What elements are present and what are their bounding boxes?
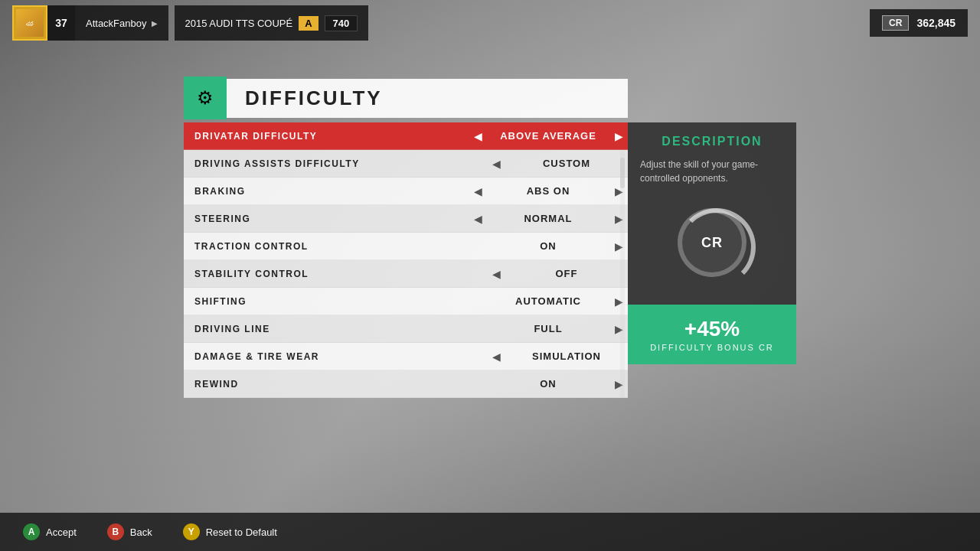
description-title: DESCRIPTION [640,135,784,148]
driving-assists-row[interactable]: DRIVING ASSISTS DIFFICULTY ◀ CUSTOM [184,150,628,178]
title-bar: ⚙ DIFFICULTY [184,77,628,119]
cr-circle: CR [678,208,746,277]
right-panel: DESCRIPTION Adjust the skill of your gam… [628,122,796,364]
gear-icon: ⚙ [197,87,214,109]
driving-assists-value: CUSTOM [505,158,628,169]
y-button[interactable]: Y [183,523,200,540]
drivatar-label: DRIVATAR DIFFICULTY [184,131,469,142]
damage-tire-wear-label: DAMAGE & TIRE WEAR [184,351,487,362]
traction-control-arrow-right[interactable]: ▶ [609,233,628,259]
player-name: AttackFanboy ▶ [75,5,168,41]
braking-label: BRAKING [184,186,469,197]
page-title: DIFFICULTY [227,79,628,118]
steering-arrow-left[interactable]: ◀ [469,205,487,232]
cr-circle-text: CR [701,235,723,251]
car-class: A [299,16,318,31]
scrollbar-thumb [620,158,625,188]
car-info: 2015 AUDI TTS COUPÉ A 740 [175,5,369,41]
cr-display: CR 362,845 [870,9,968,37]
difficulty-icon: ⚙ [184,77,227,119]
car-pi: 740 [325,15,358,31]
reset-label: Reset to Default [206,527,277,538]
driving-line-arrow-right[interactable]: ▶ [609,315,628,342]
accept-label: Accept [46,527,77,538]
driving-line-label: DRIVING LINE [184,324,487,334]
braking-arrow-left[interactable]: ◀ [469,178,487,204]
steering-value: NORMAL [487,213,609,224]
description-text: Adjust the skill of your game-controlled… [640,158,784,185]
steering-row[interactable]: STEERING ◀ NORMAL ▶ [184,205,628,233]
bonus-percent: +45% [640,317,784,341]
damage-tire-wear-value: SIMULATION [505,350,628,362]
reset-hint[interactable]: Y Reset to Default [183,523,277,540]
steering-arrow-right[interactable]: ▶ [609,205,628,232]
rewind-value: ON [487,378,609,390]
back-label: Back [130,527,152,538]
shifting-row[interactable]: SHIFTING AUTOMATIC ▶ [184,288,628,315]
player-info: 🏎 37 AttackFanboy ▶ [12,5,168,41]
bonus-box: +45% DIFFICULTY BONUS CR [628,305,796,364]
drivatar-difficulty-row[interactable]: DRIVATAR DIFFICULTY ◀ ABOVE AVERAGE ▶ [184,122,628,150]
driving-assists-label: DRIVING ASSISTS DIFFICULTY [184,158,487,169]
player-level: 37 [47,5,75,41]
driving-assists-arrow-left[interactable]: ◀ [487,150,505,177]
avatar-icon: 🏎 [16,9,44,37]
driving-line-value: FULL [487,323,609,334]
braking-arrow-right[interactable]: ▶ [609,178,628,204]
player-name-suffix: ▶ [152,19,158,28]
bonus-label: DIFFICULTY BONUS CR [640,343,784,352]
description-box: DESCRIPTION Adjust the skill of your gam… [628,122,796,305]
traction-control-label: TRACTION CONTROL [184,241,487,252]
scrollbar[interactable] [620,150,625,398]
main-panel: ⚙ DIFFICULTY DRIVATAR DIFFICULTY ◀ ABOVE… [184,77,628,398]
drivatar-value: ABOVE AVERAGE [487,130,609,142]
bottom-bar: A Accept B Back Y Reset to Default [0,513,980,551]
driving-line-row[interactable]: DRIVING LINE FULL ▶ [184,315,628,343]
stability-control-label: STABILITY CONTROL [184,269,487,279]
braking-row[interactable]: BRAKING ◀ ABS ON ▶ [184,178,628,205]
drivatar-arrow-left[interactable]: ◀ [469,122,487,149]
damage-tire-wear-arrow-left[interactable]: ◀ [487,343,505,370]
stability-control-value: OFF [505,268,628,279]
traction-control-row[interactable]: TRACTION CONTROL ON ▶ [184,233,628,260]
damage-tire-wear-row[interactable]: DAMAGE & TIRE WEAR ◀ SIMULATION [184,343,628,370]
back-hint[interactable]: B Back [107,523,152,540]
accept-hint[interactable]: A Accept [23,523,77,540]
rewind-arrow-right[interactable]: ▶ [609,370,628,397]
shifting-value: AUTOMATIC [487,295,609,307]
cr-label: CR [882,15,909,31]
braking-value: ABS ON [487,185,609,197]
player-avatar: 🏎 [12,5,47,41]
rewind-row[interactable]: REWIND ON ▶ [184,370,628,398]
rewind-label: REWIND [184,379,487,390]
cr-icon-area: CR [640,185,784,292]
shifting-label: SHIFTING [184,296,487,307]
traction-control-value: ON [487,240,609,252]
stability-control-arrow-left[interactable]: ◀ [487,260,505,287]
car-name: 2015 AUDI TTS COUPÉ [185,18,293,29]
b-button[interactable]: B [107,523,124,540]
drivatar-arrow-right[interactable]: ▶ [609,122,628,149]
settings-list: DRIVATAR DIFFICULTY ◀ ABOVE AVERAGE ▶ DR… [184,122,628,398]
shifting-arrow-right[interactable]: ▶ [609,288,628,315]
stability-control-row[interactable]: STABILITY CONTROL ◀ OFF [184,260,628,288]
cr-value: 362,845 [916,17,956,29]
steering-label: STEERING [184,214,469,224]
a-button[interactable]: A [23,523,40,540]
topbar: 🏎 37 AttackFanboy ▶ 2015 AUDI TTS COUPÉ … [0,0,980,46]
